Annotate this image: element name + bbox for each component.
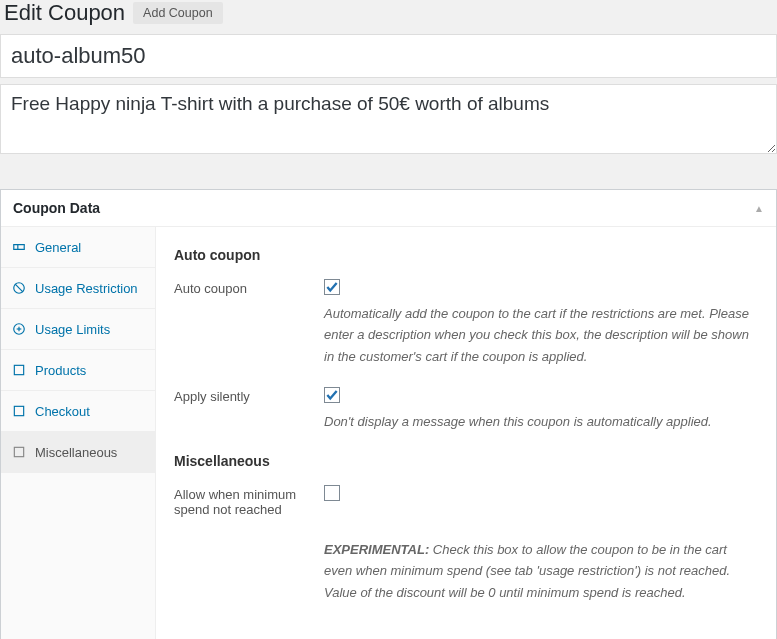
svg-rect-6 [14,406,23,415]
field-help-allow-min-spend: EXPERIMENTAL: Check this box to allow th… [324,539,758,603]
square-icon [11,362,27,378]
tab-usage-restriction[interactable]: Usage Restriction [1,268,155,309]
page-header: Edit Coupon Add Coupon [0,0,777,34]
coupon-description-textarea[interactable]: Free Happy ninja T-shirt with a purchase… [0,84,777,154]
tab-label: Usage Restriction [35,281,138,296]
tab-miscellaneous[interactable]: Miscellaneous [1,432,155,473]
section-heading-auto-coupon: Auto coupon [174,247,758,263]
no-entry-icon [11,280,27,296]
tab-label: Products [35,363,86,378]
allow-min-spend-checkbox[interactable] [324,485,340,501]
panel-header: Coupon Data ▲ [1,190,776,227]
field-help-auto-coupon: Automatically add the coupon to the cart… [324,303,758,367]
svg-line-1 [15,284,23,292]
field-help-apply-silently: Don't display a message when this coupon… [324,411,758,432]
field-label-auto-coupon: Auto coupon [174,279,324,296]
coupon-code-input[interactable] [0,34,777,78]
apply-silently-checkbox[interactable] [324,387,340,403]
tab-label: Miscellaneous [35,445,117,460]
tab-label: General [35,240,81,255]
svg-rect-7 [14,447,23,456]
tab-usage-limits[interactable]: Usage Limits [1,309,155,350]
tab-general[interactable]: General [1,227,155,268]
svg-rect-5 [14,365,23,374]
add-coupon-button[interactable]: Add Coupon [133,2,223,24]
panel-title: Coupon Data [13,200,100,216]
plus-circle-icon [11,321,27,337]
panel-toggle-icon[interactable]: ▲ [754,203,764,214]
coupon-data-panel: Coupon Data ▲ General Usage Restriction [0,189,777,639]
experimental-badge: EXPERIMENTAL: [324,542,429,557]
tabs-sidebar: General Usage Restriction Usage Limits [1,227,156,639]
tab-content: Auto coupon Auto coupon Automatically ad… [156,227,776,639]
field-label-apply-silently: Apply silently [174,387,324,404]
tab-products[interactable]: Products [1,350,155,391]
tab-label: Usage Limits [35,322,110,337]
tab-label: Checkout [35,404,90,419]
page-title: Edit Coupon [4,0,125,26]
auto-coupon-checkbox[interactable] [324,279,340,295]
field-label-allow-min-spend: Allow when minimum spend not reached [174,485,324,517]
section-heading-miscellaneous: Miscellaneous [174,453,758,469]
ticket-icon [11,239,27,255]
square-icon [11,403,27,419]
square-icon [11,444,27,460]
tab-checkout[interactable]: Checkout [1,391,155,432]
